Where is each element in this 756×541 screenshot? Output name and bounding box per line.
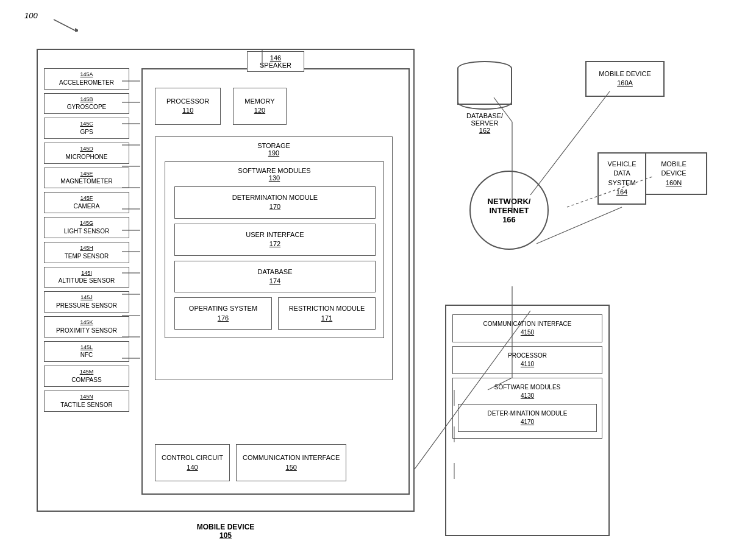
- memory-box: MEMORY 120: [233, 88, 286, 125]
- proc-mem-row: PROCESSOR 110 MEMORY 120: [155, 88, 287, 125]
- sensor-145l: 145L NFC: [44, 341, 129, 362]
- sensor-145i: 145I ALTITUDE SENSOR: [44, 267, 129, 288]
- determination-module-box: DETERMINATION MODULE 170: [174, 186, 376, 219]
- mobile-device-160a: MOBILE DEVICE 160A: [585, 61, 665, 97]
- figure-label: 100: [24, 11, 38, 20]
- restriction-module-box: RESTRICTION MODULE 171: [278, 297, 376, 330]
- sensor-145c: 145C GPS: [44, 118, 129, 139]
- sensor-145e: 145E MAGNETOMETER: [44, 168, 129, 189]
- right-section: DATABASE/ SERVER 162 MOBILE DEVICE 160A …: [439, 37, 732, 536]
- database-module-box: DATABASE 174: [174, 261, 376, 293]
- sensor-145m: 145M COMPASS: [44, 366, 129, 387]
- sw-modules-box: SOFTWARE MODULES 130 DETERMINATION MODUL…: [165, 161, 384, 338]
- db-cylinder: [457, 61, 512, 110]
- sensor-145h: 145H TEMP SENSOR: [44, 242, 129, 263]
- device-inner-box: 146 SPEAKER PROCESSOR 110 MEMORY 120 STO…: [141, 68, 410, 495]
- speaker-box: 146 SPEAKER: [247, 51, 304, 72]
- mobile-device-label: MOBILE DEVICE 105: [197, 523, 255, 540]
- sensor-145g: 145G LIGHT SENSOR: [44, 217, 129, 238]
- cm-processor: PROCESSOR 4110: [452, 346, 602, 374]
- operating-system-box: OPERATING SYSTEM 176: [174, 297, 272, 330]
- vehicle-data-system: VEHICLE DATA SYSTEM 164: [597, 152, 646, 205]
- sensor-145n: 145N TACTILE SENSOR: [44, 391, 129, 412]
- sensor-145j: 145J PRESSURE SENSOR: [44, 291, 129, 313]
- sensor-145b: 145B GYROSCOPE: [44, 93, 129, 115]
- mobile-device-160n: MOBILE DEVICE 160N: [640, 152, 707, 195]
- fig-arrow: [41, 13, 78, 32]
- sw-modules-label: SOFTWARE MODULES 130: [238, 167, 310, 182]
- central-machine-outer: COMMUNICATION INTERFACE 4150 PROCESSOR 4…: [445, 305, 610, 536]
- cm-sw-modules: SOFTWARE MODULES 4130 DETER-MINATION MOD…: [452, 378, 602, 439]
- svg-line-0: [54, 19, 75, 30]
- svg-marker-1: [75, 28, 78, 32]
- comm-interface-box: COMMUNICATION INTERFACE 150: [236, 444, 346, 481]
- mobile-device-outer: 145A ACCELEROMETER 145B GYROSCOPE 145C G…: [37, 49, 415, 512]
- network-internet-circle: NETWORK/ INTERNET 166: [469, 171, 549, 250]
- sensor-145k: 145K PROXIMITY SENSOR: [44, 316, 129, 338]
- cm-comm-interface: COMMUNICATION INTERFACE 4150: [452, 314, 602, 342]
- sensor-145d: 145D MICROPHONE: [44, 143, 129, 164]
- sensor-145f: 145F CAMERA: [44, 192, 129, 213]
- modules-inner: DETERMINATION MODULE 170 USER INTERFACE …: [174, 186, 376, 330]
- processor-box: PROCESSOR 110: [155, 88, 221, 125]
- control-circuit-box: CONTROL CIRCUIT 140: [155, 444, 230, 481]
- user-interface-box: USER INTERFACE 172: [174, 224, 376, 256]
- sensor-145a: 145A ACCELEROMETER: [44, 68, 129, 90]
- storage-box: STORAGE 190 SOFTWARE MODULES 130 DETERMI…: [155, 136, 393, 380]
- database-server: DATABASE/ SERVER 162: [457, 61, 512, 134]
- bottom-row: CONTROL CIRCUIT 140 COMMUNICATION INTERF…: [155, 444, 346, 481]
- modules-bottom-row: OPERATING SYSTEM 176 RESTRICTION MODULE …: [174, 297, 376, 330]
- storage-label: STORAGE 190: [257, 142, 290, 157]
- cm-det-module: DETER-MINATION MODULE 4170: [458, 404, 597, 432]
- sensors-column: 145A ACCELEROMETER 145B GYROSCOPE 145C G…: [44, 68, 129, 415]
